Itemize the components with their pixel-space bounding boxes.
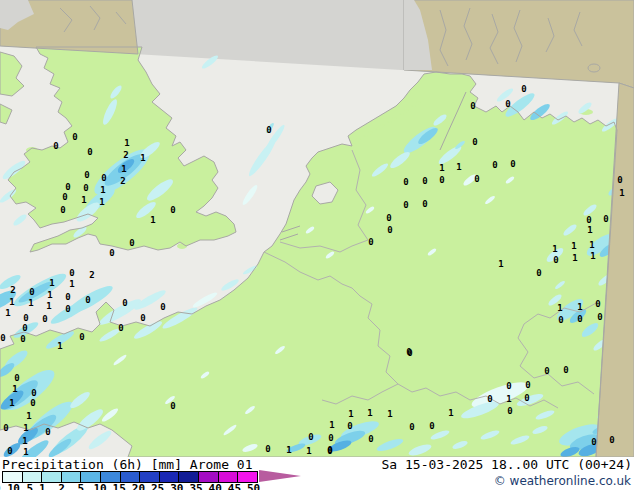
station-value: 1 bbox=[57, 341, 62, 351]
station-value: 1 bbox=[557, 303, 562, 313]
station-value: 1 bbox=[306, 446, 311, 456]
station-value: 0 bbox=[510, 159, 515, 169]
station-value: 0 bbox=[609, 435, 614, 445]
station-value: 0 bbox=[603, 214, 608, 224]
station-value: 0 bbox=[525, 380, 530, 390]
station-value: 1 bbox=[23, 423, 28, 433]
station-value: 0 bbox=[101, 173, 106, 183]
station-value: 1 bbox=[46, 301, 51, 311]
station-value: 1 bbox=[552, 244, 557, 254]
station-value: 0 bbox=[617, 175, 622, 185]
station-value: 0 bbox=[308, 432, 313, 442]
station-value: 1 bbox=[439, 163, 444, 173]
station-value: 0 bbox=[368, 434, 373, 444]
station-value: 0 bbox=[586, 215, 591, 225]
station-value: 0 bbox=[474, 174, 479, 184]
forecast-datetime: Sa 15-03-2025 18..00 UTC (00+24) bbox=[382, 457, 632, 472]
station-value: 0 bbox=[524, 393, 529, 403]
bornholm-island bbox=[588, 64, 600, 72]
station-value: 1 bbox=[23, 447, 28, 457]
station-value: 1 bbox=[587, 225, 592, 235]
station-value: 0 bbox=[31, 388, 36, 398]
station-value: 1 bbox=[9, 297, 14, 307]
station-value: 0 bbox=[69, 268, 74, 278]
station-value: 1 bbox=[456, 162, 461, 172]
station-value: 0 bbox=[403, 177, 408, 187]
station-value: 1 bbox=[26, 411, 31, 421]
station-value: 0 bbox=[87, 147, 92, 157]
station-value: 1 bbox=[121, 164, 126, 174]
station-value: 0 bbox=[72, 132, 77, 142]
station-value: 0 bbox=[22, 323, 27, 333]
station-value: 1 bbox=[69, 279, 74, 289]
station-value: 0 bbox=[109, 248, 114, 258]
station-value: 1 bbox=[448, 408, 453, 418]
station-value: 1 bbox=[367, 408, 372, 418]
color-scale-arrow bbox=[259, 470, 301, 482]
station-value: 0 bbox=[140, 313, 145, 323]
station-value: 0 bbox=[505, 99, 510, 109]
station-value: 1 bbox=[100, 185, 105, 195]
station-value: 1 bbox=[99, 197, 104, 207]
station-value: 1 bbox=[124, 138, 129, 148]
station-value: 1 bbox=[577, 302, 582, 312]
station-value: 0 bbox=[470, 101, 475, 111]
legend-title: Precipitation (6h) [mm] Arome 01 bbox=[2, 457, 252, 472]
station-value: 1 bbox=[28, 298, 33, 308]
station-value: 0 bbox=[406, 347, 411, 357]
station-value: 0 bbox=[558, 315, 563, 325]
station-value: 0 bbox=[30, 398, 35, 408]
station-value: 0 bbox=[160, 302, 165, 312]
station-value: 0 bbox=[409, 422, 414, 432]
station-value: 0 bbox=[122, 298, 127, 308]
station-value: 0 bbox=[0, 333, 5, 343]
station-value: 0 bbox=[129, 238, 134, 248]
station-value: 2 bbox=[89, 270, 94, 280]
station-value: 0 bbox=[65, 292, 70, 302]
station-value: 1 bbox=[498, 259, 503, 269]
station-value: 0 bbox=[62, 192, 67, 202]
station-value: 1 bbox=[506, 394, 511, 404]
map-canvas: 0001211002001011001000021120100111010000… bbox=[0, 0, 634, 457]
station-value: 1 bbox=[572, 253, 577, 263]
station-value: 0 bbox=[591, 437, 596, 447]
station-value: 1 bbox=[81, 195, 86, 205]
station-value: 0 bbox=[65, 182, 70, 192]
station-value: 0 bbox=[53, 141, 58, 151]
station-value: 0 bbox=[170, 401, 175, 411]
station-value: 0 bbox=[563, 365, 568, 375]
station-value: 0 bbox=[553, 255, 558, 265]
station-value: 0 bbox=[487, 394, 492, 404]
station-value: 1 bbox=[9, 398, 14, 408]
station-value: 0 bbox=[506, 381, 511, 391]
station-value: 0 bbox=[422, 199, 427, 209]
station-value: 0 bbox=[65, 304, 70, 314]
station-value: 0 bbox=[595, 299, 600, 309]
station-value: 1 bbox=[589, 240, 594, 250]
station-value: 0 bbox=[266, 125, 271, 135]
station-value: 0 bbox=[577, 314, 582, 324]
station-value: 1 bbox=[12, 384, 17, 394]
station-value: 0 bbox=[60, 205, 65, 215]
station-value: 1 bbox=[348, 409, 353, 419]
station-value: 0 bbox=[472, 137, 477, 147]
station-value: 0 bbox=[536, 268, 541, 278]
station-value: 1 bbox=[571, 241, 576, 251]
station-value: 0 bbox=[327, 445, 332, 455]
station-value: 0 bbox=[387, 225, 392, 235]
station-value: 0 bbox=[84, 170, 89, 180]
station-value: 1 bbox=[286, 445, 291, 455]
station-value: 0 bbox=[85, 295, 90, 305]
legend-bar: Precipitation (6h) [mm] Arome 01 Sa 15-0… bbox=[0, 457, 634, 490]
station-value: 1 bbox=[140, 153, 145, 163]
station-value: 1 bbox=[619, 188, 624, 198]
color-scale-bar bbox=[3, 471, 258, 481]
station-value: 0 bbox=[23, 313, 28, 323]
station-value: 0 bbox=[14, 373, 19, 383]
station-value: 0 bbox=[386, 213, 391, 223]
station-value: 1 bbox=[47, 290, 52, 300]
station-value: 0 bbox=[422, 176, 427, 186]
station-value: 0 bbox=[507, 406, 512, 416]
station-value: 1 bbox=[49, 278, 54, 288]
station-value: 0 bbox=[368, 237, 373, 247]
